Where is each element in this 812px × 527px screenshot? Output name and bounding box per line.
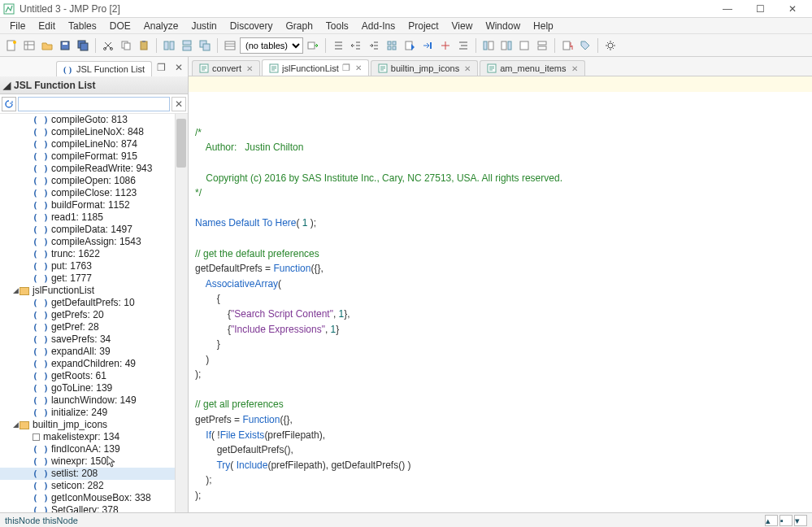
editor-tab-builtin_jmp_icons[interactable]: builtin_jmp_icons✕ bbox=[371, 60, 478, 76]
step-icon[interactable] bbox=[419, 37, 436, 54]
menu-graph[interactable]: Graph bbox=[279, 19, 319, 33]
menu-analyze[interactable]: Analyze bbox=[137, 19, 185, 33]
menu-doe[interactable]: DOE bbox=[103, 19, 137, 33]
tree-item-put[interactable]: ( )put: 1763 bbox=[0, 260, 188, 272]
paste-icon[interactable] bbox=[136, 37, 152, 54]
tree-item-trunc[interactable]: ( )trunc: 1622 bbox=[0, 248, 188, 260]
tile-horiz-icon[interactable] bbox=[179, 37, 195, 54]
menu-tools[interactable]: Tools bbox=[319, 19, 355, 33]
menu-help[interactable]: Help bbox=[527, 19, 560, 33]
tree-item-compileGoto[interactable]: ( )compileGoto: 813 bbox=[0, 114, 188, 126]
code-editor[interactable]: /* Author: Justin Chilton Copyright (c) … bbox=[189, 76, 812, 512]
menu-tables[interactable]: Tables bbox=[62, 19, 103, 33]
status-square-icon[interactable]: ▪ bbox=[779, 515, 792, 526]
open-icon[interactable] bbox=[39, 37, 55, 54]
tree-item-compileReadWrite[interactable]: ( )compileReadWrite: 943 bbox=[0, 163, 188, 175]
col-right-icon[interactable] bbox=[498, 37, 515, 54]
tree-item-compileOpen[interactable]: ( )compileOpen: 1086 bbox=[0, 175, 188, 187]
collapse-icon[interactable]: ◢ bbox=[11, 285, 20, 297]
scrollbar-thumb[interactable] bbox=[176, 119, 186, 168]
minimize-button[interactable]: — bbox=[711, 1, 744, 17]
tree-item-SetGallery[interactable]: ( )SetGallery: 378 bbox=[0, 504, 188, 512]
tree-item-compileFormat[interactable]: ( )compileFormat: 915 bbox=[0, 150, 188, 163]
tree-item-expandChildren[interactable]: ( )expandChildren: 49 bbox=[0, 358, 188, 370]
no-split-icon[interactable] bbox=[516, 37, 532, 54]
close-tab-icon[interactable]: ✕ bbox=[246, 64, 253, 73]
tree-item-getPrefs[interactable]: ( )getPrefs: 20 bbox=[0, 309, 188, 321]
tree-item-winexpr[interactable]: ( )winexpr: 150 bbox=[0, 455, 188, 468]
tree-item-compileLineNoX[interactable]: ( )compileLineNoX: 848 bbox=[0, 126, 188, 138]
indent-icon[interactable] bbox=[366, 37, 382, 54]
menu-add-ins[interactable]: Add-Ins bbox=[355, 19, 402, 33]
tree-item-compileLineNo[interactable]: ( )compileLineNo: 874 bbox=[0, 138, 188, 150]
tree-item-findIconAA[interactable]: ( )findIconAA: 139 bbox=[0, 443, 188, 455]
close-tab-icon[interactable]: ✕ bbox=[571, 64, 578, 73]
menu-project[interactable]: Project bbox=[402, 19, 445, 33]
save-all-icon[interactable] bbox=[75, 37, 91, 54]
maximize-button[interactable]: ☐ bbox=[744, 1, 776, 17]
run-icon[interactable] bbox=[402, 37, 418, 54]
close-panel-icon[interactable]: ✕ bbox=[172, 62, 186, 76]
tree-item-get[interactable]: ( )get: 1777 bbox=[0, 272, 188, 285]
editor-tab-am_menu_items[interactable]: am_menu_items✕ bbox=[480, 60, 584, 76]
tables-combo[interactable]: (no tables) bbox=[240, 37, 303, 54]
tree-group-builtin_jmp_icons[interactable]: ◢builtin_jmp_icons bbox=[0, 419, 188, 431]
tree-item-compileData[interactable]: ( )compileData: 1497 bbox=[0, 224, 188, 236]
tree-item-getDefaultPrefs[interactable]: ( )getDefaultPrefs: 10 bbox=[0, 297, 188, 309]
menu-view[interactable]: View bbox=[445, 19, 480, 33]
tree-item-expandAll[interactable]: ( )expandAll: 39 bbox=[0, 346, 188, 358]
status-down-icon[interactable]: ▾ bbox=[794, 515, 807, 526]
settings-icon[interactable] bbox=[602, 37, 619, 54]
table-go-icon[interactable] bbox=[305, 37, 321, 54]
panel-tab-function-list[interactable]: ( ) JSL Function List bbox=[56, 61, 152, 76]
menu-file[interactable]: File bbox=[3, 19, 32, 33]
collapse-icon[interactable]: ◢ bbox=[11, 419, 20, 431]
tree-item-seticon[interactable]: ( )seticon: 282 bbox=[0, 480, 188, 492]
restore-icon[interactable]: ❐ bbox=[342, 63, 350, 73]
editor-tab-jslFunctionList[interactable]: jslFunctionList ❐✕ bbox=[262, 59, 369, 76]
save-icon[interactable] bbox=[57, 37, 73, 54]
format-icon[interactable] bbox=[455, 37, 471, 54]
split-h-icon[interactable] bbox=[534, 37, 550, 54]
tree-item-setlist[interactable]: ( )setlist: 208 bbox=[0, 468, 188, 480]
function-tree[interactable]: ( )compileGoto: 813( )compileLineNoX: 84… bbox=[0, 114, 188, 512]
close-button[interactable]: ✕ bbox=[776, 1, 809, 17]
status-up-icon[interactable]: ▴ bbox=[765, 515, 778, 526]
tree-item-getIconMouseBox[interactable]: ( )getIconMouseBox: 338 bbox=[0, 492, 188, 504]
tree-item-launchWindow[interactable]: ( )launchWindow: 149 bbox=[0, 394, 188, 407]
grid-icon[interactable] bbox=[384, 37, 400, 54]
tree-item-savePrefs[interactable]: ( )savePrefs: 34 bbox=[0, 333, 188, 346]
tree-item-getPref[interactable]: ( )getPref: 28 bbox=[0, 321, 188, 333]
menu-justin[interactable]: Justin bbox=[185, 19, 223, 33]
menu-window[interactable]: Window bbox=[479, 19, 527, 33]
outdent-icon[interactable] bbox=[348, 37, 364, 54]
tag-icon[interactable] bbox=[577, 37, 593, 54]
tree-item-makelistexpr[interactable]: makelistexpr: 134 bbox=[0, 431, 188, 443]
tree-item-read1[interactable]: ( )read1: 1185 bbox=[0, 211, 188, 224]
tree-item-buildFormat[interactable]: ( )buildFormat: 1152 bbox=[0, 199, 188, 211]
tree-item-getRoots[interactable]: ( )getRoots: 61 bbox=[0, 370, 188, 382]
new-script-icon[interactable] bbox=[3, 37, 20, 54]
menu-discovery[interactable]: Discovery bbox=[224, 19, 280, 33]
cut-icon[interactable] bbox=[100, 37, 116, 54]
search-input[interactable] bbox=[18, 97, 170, 111]
col-left-icon[interactable] bbox=[480, 37, 497, 54]
close-tab-icon[interactable]: ✕ bbox=[355, 63, 362, 72]
menu-edit[interactable]: Edit bbox=[32, 19, 62, 33]
copy-icon[interactable] bbox=[118, 37, 134, 54]
new-table-icon[interactable] bbox=[21, 37, 37, 54]
collapse-panel-icon[interactable]: ◢ bbox=[3, 80, 11, 91]
tables-list-icon[interactable] bbox=[222, 37, 238, 54]
debug-icon[interactable] bbox=[437, 37, 454, 54]
tree-item-compileClose[interactable]: ( )compileClose: 1123 bbox=[0, 187, 188, 199]
bookmark-icon[interactable] bbox=[559, 37, 575, 54]
restore-panel-icon[interactable]: ❐ bbox=[154, 62, 168, 76]
clear-search-icon[interactable]: ✕ bbox=[172, 97, 186, 111]
tree-item-goToLine[interactable]: ( )goToLine: 139 bbox=[0, 382, 188, 394]
scrollbar[interactable] bbox=[175, 114, 188, 512]
cascade-icon[interactable] bbox=[197, 37, 213, 54]
tree-group-jslFunctionList[interactable]: ◢jslFunctionList bbox=[0, 285, 188, 297]
refresh-icon[interactable] bbox=[2, 97, 16, 111]
tree-item-compileAssign[interactable]: ( )compileAssign: 1543 bbox=[0, 236, 188, 248]
tile-vert-icon[interactable] bbox=[161, 37, 177, 54]
